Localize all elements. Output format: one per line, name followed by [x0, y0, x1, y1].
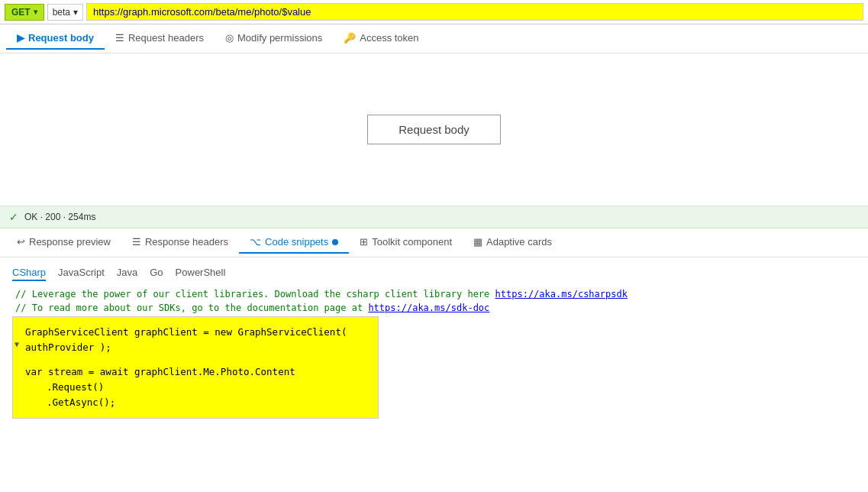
status-ok-icon: ✓ [9, 211, 18, 223]
response-preview-icon: ↩ [17, 236, 25, 248]
status-text: OK · 200 · 254ms [24, 212, 95, 222]
tab-access-token-label: Access token [360, 32, 418, 44]
code-comment-1: // Leverage the power of our client libr… [12, 289, 856, 299]
request-headers-icon: ☰ [115, 32, 124, 44]
tab-request-body-label: Request body [28, 32, 94, 44]
code-line-1: GraphServiceClient graphClient = new Gra… [22, 325, 369, 355]
adaptive-cards-icon: ▦ [473, 236, 482, 248]
tab-toolkit-component-label: Toolkit component [372, 236, 452, 248]
response-headers-icon: ☰ [132, 236, 141, 248]
version-label: beta [53, 7, 70, 18]
url-input[interactable] [86, 3, 863, 21]
tab-access-token[interactable]: 🔑 Access token [333, 28, 429, 50]
method-button[interactable]: GET ▾ [5, 4, 44, 21]
tab-response-preview[interactable]: ↩ Response preview [6, 231, 121, 254]
tab-response-headers[interactable]: ☰ Response headers [121, 231, 239, 254]
toolkit-component-icon: ⊞ [360, 236, 368, 248]
tab-response-headers-label: Response headers [145, 236, 228, 248]
tab-response-preview-label: Response preview [29, 236, 111, 248]
tab-request-headers[interactable]: ☰ Request headers [105, 28, 215, 50]
csharpsdk-link[interactable]: https://aka.ms/csharpsdk [495, 289, 628, 299]
request-body-placeholder: Request body [367, 115, 501, 144]
request-tabs: ▶ Request body ☰ Request headers ◎ Modif… [0, 24, 868, 53]
code-area: CSharp JavaScript Java Go PowerShell // … [0, 257, 868, 428]
code-snippets-dot [332, 239, 338, 245]
top-bar: GET ▾ beta ▾ [0, 0, 868, 24]
request-body-icon: ▶ [17, 32, 24, 44]
tab-toolkit-component[interactable]: ⊞ Toolkit component [349, 231, 463, 254]
code-snippets-icon: ⌥ [250, 236, 261, 248]
tab-code-snippets-label: Code snippets [265, 236, 328, 248]
tab-adaptive-cards-label: Adaptive cards [486, 236, 552, 248]
request-body-area: Request body [0, 53, 868, 206]
tab-request-headers-label: Request headers [128, 32, 204, 44]
code-line-4: .GetAsync(); [22, 395, 369, 410]
version-selector[interactable]: beta ▾ [47, 4, 83, 21]
status-bar: ✓ OK · 200 · 254ms [0, 206, 868, 228]
sdk-doc-link[interactable]: https://aka.ms/sdk-doc [368, 303, 489, 313]
code-comment-2: // To read more about our SDKs, go to th… [12, 303, 856, 313]
modify-permissions-icon: ◎ [225, 32, 234, 44]
response-tabs: ↩ Response preview ☰ Response headers ⌥ … [0, 228, 868, 257]
code-line-3: .Request() [22, 380, 369, 395]
code-line-2: var stream = await graphClient.Me.Photo.… [22, 364, 369, 380]
tab-modify-permissions[interactable]: ◎ Modify permissions [215, 28, 333, 50]
lang-tabs: CSharp JavaScript Java Go PowerShell [12, 267, 856, 281]
lang-tab-java[interactable]: Java [117, 267, 137, 281]
tab-request-body[interactable]: ▶ Request body [6, 28, 105, 50]
code-block: GraphServiceClient graphClient = new Gra… [12, 316, 379, 419]
lang-tab-go[interactable]: Go [150, 267, 163, 281]
tab-modify-permissions-label: Modify permissions [237, 32, 322, 44]
tab-adaptive-cards[interactable]: ▦ Adaptive cards [463, 231, 563, 254]
lang-tab-javascript[interactable]: JavaScript [58, 267, 105, 281]
collapse-arrow-icon[interactable]: ▼ [15, 338, 19, 351]
tab-code-snippets[interactable]: ⌥ Code snippets [239, 231, 349, 254]
version-caret: ▾ [73, 7, 78, 18]
method-label: GET [11, 7, 31, 18]
lang-tab-csharp[interactable]: CSharp [12, 267, 46, 281]
lang-tab-powershell[interactable]: PowerShell [176, 267, 226, 281]
access-token-icon: 🔑 [344, 32, 356, 44]
method-caret: ▾ [34, 8, 37, 16]
